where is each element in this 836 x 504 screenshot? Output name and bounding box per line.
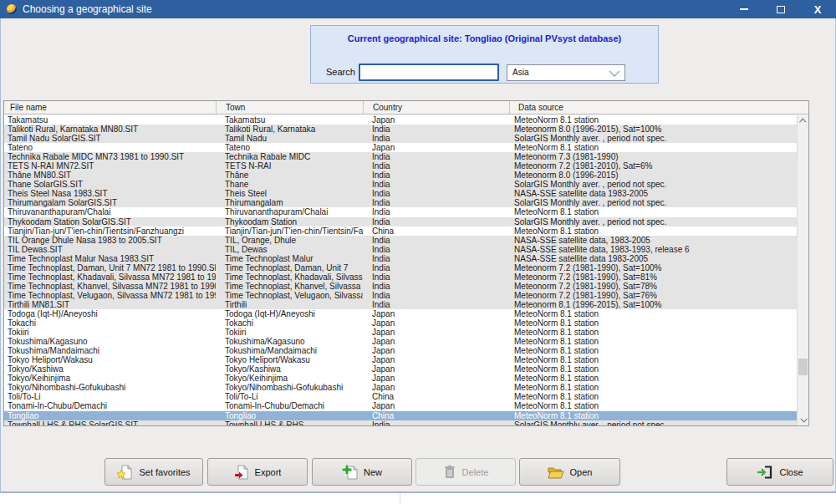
- cell-country: India: [363, 180, 509, 189]
- table-row[interactable]: TETS N-RAI MN72.SITTETS N-RAIIndiaMeteon…: [4, 161, 797, 171]
- open-button[interactable]: Open: [519, 458, 620, 486]
- cell-country: India: [363, 282, 509, 291]
- cell-country: India: [363, 171, 509, 180]
- cell-file: Time Technoplast, Khanvel, Silvassa MN72…: [4, 282, 216, 291]
- chevron-up-icon: [799, 118, 806, 125]
- scroll-up-button[interactable]: [798, 115, 809, 127]
- cell-source: MeteoNorm 8.1 station: [509, 383, 797, 392]
- cell-country: Japan: [363, 374, 509, 383]
- table-row[interactable]: Thane SolarGIS.SITThaneIndiaSolarGIS Mon…: [4, 180, 797, 189]
- cell-town: Tamil Nadu: [216, 134, 363, 143]
- column-header-town[interactable]: Town: [216, 101, 363, 114]
- new-button[interactable]: New: [312, 458, 412, 486]
- scrollbar-thumb[interactable]: [798, 359, 808, 375]
- search-input[interactable]: [359, 64, 499, 81]
- cell-file: Thâne MN80.SIT: [4, 171, 216, 180]
- table-row[interactable]: Tokyo/KashiwaTokyo/KashiwaJapanMeteoNorm…: [4, 364, 797, 374]
- cell-source: Meteonorm 8.0 (1996-2015): [509, 171, 797, 180]
- table-row[interactable]: Talikoti Rural, Karnataka MN80.SITTaliko…: [4, 125, 797, 134]
- chevron-down-icon: [609, 70, 620, 77]
- cell-file: Tokiiri: [4, 328, 216, 337]
- column-header-file-name[interactable]: File name: [4, 101, 216, 114]
- table-row[interactable]: TokachiTokachiJapanMeteoNorm 8.1 station: [4, 318, 797, 328]
- table-row[interactable]: Time Technoplast, Daman, Unit 7 MN72 198…: [4, 263, 797, 272]
- delete-button[interactable]: Delete: [415, 458, 516, 486]
- table-row[interactable]: Time Technoplast, Khanvel, Silvassa MN72…: [4, 282, 797, 291]
- table-row[interactable]: Tokushima/KagasunoTokushima/KagasunoJapa…: [4, 337, 797, 346]
- cell-source: Meteonorm 8.1 (1996-2015), Sat=100%: [509, 300, 797, 309]
- cell-country: Japan: [363, 383, 509, 392]
- cell-town: Thâne: [216, 171, 363, 180]
- cell-country: Japan: [363, 143, 509, 152]
- cell-town: Tokiiri: [216, 328, 363, 337]
- table-row[interactable]: Tonami-In-Chubu/DemachiTonami-In-Chubu/D…: [4, 401, 797, 410]
- cell-country: India: [363, 300, 509, 309]
- table-row[interactable]: TakamatsuTakamatsuJapanMeteoNorm 8.1 sta…: [4, 115, 797, 125]
- cell-country: Japan: [363, 318, 509, 328]
- cell-source: SolarGIS Monthly aver. , period not spec…: [509, 180, 797, 189]
- minimize-button[interactable]: [726, 0, 762, 18]
- table-row[interactable]: TongliaoTongliaoChinaMeteoNorm 8.1 stati…: [4, 411, 797, 420]
- cell-file: Townhall LHS & RHS SolarGIS.SIT: [4, 420, 216, 425]
- export-button[interactable]: Export: [207, 458, 308, 486]
- table-row[interactable]: Technika Rabale MIDC MN73 1981 to 1990.S…: [4, 152, 797, 161]
- table-row[interactable]: TatenoTatenoJapanMeteoNorm 8.1 station: [4, 143, 797, 152]
- table-row[interactable]: Tokyo/Nihombashi-GofukubashiTokyo/Nihomb…: [4, 383, 797, 392]
- region-dropdown[interactable]: Asia: [507, 64, 625, 81]
- table-row[interactable]: Tamil Nadu SolarGIS.SITTamil NaduIndiaSo…: [4, 134, 797, 143]
- table-row[interactable]: Time Technoplast, Khadavali, Silvassa MN…: [4, 272, 797, 282]
- set-favorites-button[interactable]: Set favorites: [104, 458, 203, 486]
- cell-file: Tokushima/Mandaimachi: [4, 346, 216, 355]
- table-row[interactable]: Townhall LHS & RHS SolarGIS.SITTownhall …: [4, 420, 797, 425]
- table-row[interactable]: Tokyo/KeihinjimaTokyo/KeihinjimaJapanMet…: [4, 374, 797, 383]
- cell-town: Tokushima/Mandaimachi: [216, 346, 363, 355]
- scroll-down-button[interactable]: [798, 414, 809, 425]
- table-row[interactable]: Tianjin/Tian-jun/T'ien-chin/Tientsin/Fan…: [4, 227, 797, 236]
- table-row[interactable]: Todoga (Iqt-H)/AneyoshiTodoga (Iqt-H)/An…: [4, 309, 797, 318]
- cell-file: Tirthili MN81.SIT: [4, 300, 216, 309]
- column-header-data-source[interactable]: Data source: [509, 101, 808, 114]
- cell-town: Thirumangalam: [216, 198, 363, 207]
- open-folder-icon: [548, 466, 564, 479]
- cell-file: Tokyo Heliport/Wakasu: [4, 355, 216, 364]
- table-row[interactable]: TIL Dewas.SITTIL, DewasIndiaNASA-SSE sat…: [4, 245, 797, 254]
- cell-country: India: [363, 134, 509, 143]
- table-row[interactable]: Tirthili MN81.SITTirthiliIndiaMeteonorm …: [4, 300, 797, 309]
- table-row[interactable]: Time Technoplast, Velugaon, Silvassa MN7…: [4, 291, 797, 300]
- maximize-button[interactable]: [762, 0, 799, 18]
- cell-country: China: [363, 411, 509, 420]
- table-row[interactable]: Toli/To-LiToli/To-LiChinaMeteoNorm 8.1 s…: [4, 392, 797, 401]
- table-row[interactable]: Theis Steel Nasa 1983.SITTheis SteelIndi…: [4, 189, 797, 198]
- vertical-scrollbar[interactable]: [797, 115, 808, 425]
- cell-town: Tokachi: [216, 318, 363, 328]
- exit-icon: [757, 465, 773, 480]
- cell-source: NASA-SSE satellite data 1983-2005: [509, 254, 797, 263]
- cell-town: Tianjin/Tian-jun/T'ien-chin/Tientsin/Fan…: [216, 227, 363, 236]
- site-table-body: TakamatsuTakamatsuJapanMeteoNorm 8.1 sta…: [4, 115, 797, 425]
- table-row[interactable]: Thirumangalam SolarGIS.SITThirumangalamI…: [4, 198, 797, 207]
- cell-source: MeteoNorm 8.1 station: [509, 411, 797, 420]
- cell-country: Japan: [363, 337, 509, 346]
- cell-country: India: [363, 254, 509, 263]
- table-row[interactable]: Tokushima/MandaimachiTokushima/Mandaimac…: [4, 346, 797, 355]
- cell-source: MeteoNorm 8.1 station: [509, 207, 797, 216]
- cell-file: Tokyo/Keihinjima: [4, 374, 216, 383]
- cell-file: Technika Rabale MIDC MN73 1981 to 1990.S…: [4, 152, 216, 161]
- cell-town: Time Technoplast, Daman, Unit 7: [216, 263, 363, 272]
- table-row[interactable]: Thiruvananthapuram/ChalaiThiruvananthapu…: [4, 207, 797, 216]
- table-row[interactable]: Thâne MN80.SITThâneIndiaMeteonorm 8.0 (1…: [4, 171, 797, 180]
- column-header-country[interactable]: Country: [363, 101, 509, 114]
- cell-country: Japan: [363, 346, 509, 355]
- cell-source: MeteoNorm 8.1 station: [509, 227, 797, 236]
- table-row[interactable]: Thykoodam Station SolarGIS.SITThykoodam …: [4, 217, 797, 227]
- table-row[interactable]: TokiiriTokiiriJapanMeteoNorm 8.1 station: [4, 328, 797, 337]
- close-window-button[interactable]: X: [799, 0, 836, 18]
- cell-source: MeteoNorm 8.1 station: [509, 328, 797, 337]
- cell-source: NASA-SSE satellite data 1983-2005: [509, 189, 797, 198]
- table-row[interactable]: Tokyo Heliport/WakasuTokyo Heliport/Waka…: [4, 355, 797, 364]
- close-button[interactable]: Close: [726, 458, 833, 486]
- minimize-icon: [740, 8, 748, 10]
- cell-country: India: [363, 198, 509, 207]
- table-row[interactable]: Time Technoplast Malur Nasa 1983.SITTime…: [4, 254, 797, 263]
- table-row[interactable]: TIL Orange Dhule Nasa 1983 to 2005.SITTI…: [4, 236, 797, 245]
